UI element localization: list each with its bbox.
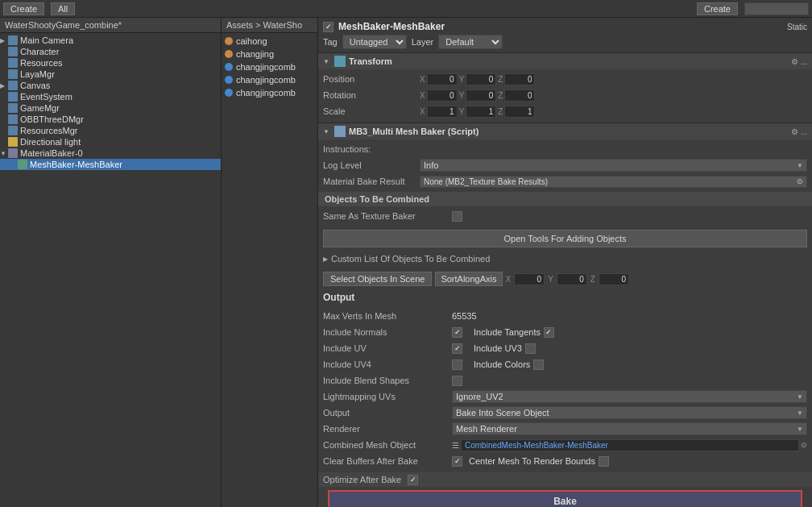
include-colors-checkbox[interactable]	[533, 359, 544, 370]
script-options[interactable]: ⚙ ...	[791, 127, 807, 136]
create-button-2[interactable]: Create	[697, 2, 738, 15]
open-tools-button[interactable]: Open Tools For Adding Objects	[323, 230, 807, 247]
hierarchy-item-resources[interactable]: Resources	[0, 57, 221, 69]
hierarchy-item-gamemgr[interactable]: GameMgr	[0, 102, 221, 114]
hierarchy-item-eventsystem[interactable]: EventSystem	[0, 91, 221, 102]
lightmapping-dropdown[interactable]: Ignore_UV2 ▼	[452, 390, 807, 403]
search-input[interactable]	[744, 2, 809, 15]
all-button[interactable]: All	[51, 2, 75, 15]
include-uv3-checkbox[interactable]	[525, 343, 536, 354]
rot-z-input[interactable]	[504, 89, 535, 102]
hierarchy-list: Main Camera Character Resources LayaMgr	[0, 33, 221, 507]
rot-x-label: X	[420, 91, 425, 100]
object-active-checkbox[interactable]	[323, 22, 334, 32]
hierarchy-item-resourcesmgr[interactable]: ResourcesMgr	[0, 125, 221, 136]
asset-item-changjingcomb3[interactable]: changjingcomb	[223, 86, 316, 99]
optimize-row: Optimize After Bake	[318, 472, 812, 487]
blend-shapes-row: Include Blend Shapes	[323, 373, 807, 388]
pos-y-input[interactable]	[466, 73, 496, 85]
include-normals-checkbox[interactable]	[452, 327, 462, 338]
include-tangents-checkbox[interactable]	[544, 327, 554, 338]
output-dropdown[interactable]: Bake Into Scene Object ▼	[452, 406, 807, 419]
combined-mesh-prefix: ☰	[452, 441, 459, 450]
hierarchy-item-materialbaker[interactable]: MaterialBaker-0	[0, 148, 221, 159]
sort-y-label: Y	[548, 275, 553, 284]
pos-z-input[interactable]	[504, 73, 535, 85]
mat-bake-text: None (MB2_Texture Bake Results)	[424, 177, 548, 186]
script-expand	[323, 128, 331, 135]
log-level-text: Info	[424, 160, 438, 170]
asset-item-changjingcomb1[interactable]: changjingcomb	[223, 60, 316, 73]
max-verts-row: Max Verts In Mesh 65535	[323, 309, 807, 323]
hierarchy-item-meshbaker[interactable]: MeshBaker-MeshBaker	[0, 159, 221, 170]
pos-x-input[interactable]	[427, 73, 458, 85]
include-tangents-label: Include Tangents	[474, 327, 541, 337]
asset-dot-changjing	[225, 50, 233, 58]
hierarchy-label-materialbaker: MaterialBaker-0	[20, 148, 83, 158]
select-sort-row: Select Objects In Scene SortAlongAxis X …	[318, 269, 812, 289]
log-level-dropdown[interactable]: Info ▼	[420, 159, 807, 172]
bake-button[interactable]: Bake	[328, 490, 802, 507]
scale-row: Scale X Y Z	[323, 104, 807, 118]
include-uv-checkbox[interactable]	[452, 343, 462, 354]
include-uv-label: Include UV	[323, 343, 452, 353]
rotation-xyz: X Y Z	[420, 89, 535, 102]
asset-label-changjingcomb2: changjingcomb	[236, 75, 296, 85]
include-blend-checkbox[interactable]	[452, 376, 462, 386]
rot-y-input[interactable]	[466, 89, 496, 102]
transform-icon	[334, 56, 346, 67]
hierarchy-item-obbthreedmgr[interactable]: OBBThreeDMgr	[0, 114, 221, 125]
assets-title: Assets > WaterSho	[226, 20, 302, 30]
layamgr-icon	[8, 69, 18, 79]
center-mesh-checkbox[interactable]	[599, 456, 609, 467]
asset-item-changjing[interactable]: changjing	[223, 48, 316, 60]
hierarchy-item-layamgr[interactable]: LayaMgr	[0, 69, 221, 80]
scale-y-input[interactable]	[466, 106, 496, 118]
hierarchy-label-character: Character	[20, 47, 59, 56]
sort-along-axis-button[interactable]: SortAlongAxis	[435, 272, 502, 286]
renderer-dropdown[interactable]: Mesh Renderer ▼	[452, 422, 807, 435]
rot-x-input[interactable]	[427, 89, 458, 102]
lightmapping-text: Ignore_UV2	[456, 392, 503, 401]
obbthreedmgr-icon	[8, 114, 18, 124]
combined-mesh-pick[interactable]: ⊙	[801, 441, 807, 449]
normals-tangents-row: Include Normals Include Tangents	[323, 325, 807, 339]
pos-z-label: Z	[498, 75, 503, 84]
sort-y-input[interactable]	[557, 273, 587, 285]
clear-buffers-label: Clear Buffers After Bake	[323, 456, 452, 466]
custom-list-label: Custom List Of Objects To Be Combined	[331, 254, 490, 264]
asset-label-changjingcomb3: changjingcomb	[236, 88, 296, 98]
create-button-1[interactable]: Create	[3, 2, 44, 15]
layer-dropdown[interactable]: Default	[438, 35, 503, 49]
script-header[interactable]: MB3_Multi Mesh Baker (Script) ⚙ ...	[318, 123, 812, 139]
same-as-texture-row: Same As Texture Baker	[323, 209, 807, 223]
sort-x-input[interactable]	[514, 273, 545, 285]
transform-body: Position X Y Z	[318, 69, 812, 123]
static-label[interactable]: Static	[787, 23, 807, 31]
hierarchy-item-directional-light[interactable]: Directional light	[0, 136, 221, 148]
same-as-texture-label: Same As Texture Baker	[323, 211, 452, 221]
asset-dot-caihong	[225, 37, 233, 45]
asset-item-changjingcomb2[interactable]: changjingcomb	[223, 73, 316, 86]
sort-z-input[interactable]	[599, 273, 629, 285]
clear-buffers-checkbox[interactable]	[452, 456, 462, 467]
hierarchy-item-canvas[interactable]: Canvas	[0, 80, 221, 91]
arrow-materialbaker	[0, 150, 8, 157]
resourcesmgr-icon	[8, 126, 18, 135]
mat-bake-field[interactable]: None (MB2_Texture Bake Results) ⊙	[420, 176, 807, 188]
hierarchy-item-character[interactable]: Character	[0, 46, 221, 57]
optimize-checkbox[interactable]	[408, 475, 418, 485]
scale-x-input[interactable]	[427, 106, 458, 118]
tag-dropdown[interactable]: Untagged	[342, 35, 407, 49]
output-prop-row: Output Bake Into Scene Object ▼	[323, 405, 807, 420]
include-uv4-checkbox[interactable]	[452, 359, 462, 370]
select-objects-button[interactable]: Select Objects In Scene	[323, 272, 432, 286]
hierarchy-item-main-camera[interactable]: Main Camera	[0, 35, 221, 46]
asset-label-caihong: caihong	[236, 36, 267, 46]
scale-z-input[interactable]	[504, 106, 535, 118]
asset-item-caihong[interactable]: caihong	[223, 35, 316, 48]
mat-bake-pick[interactable]: ⊙	[797, 177, 803, 185]
transform-options[interactable]: ⚙ ...	[791, 57, 807, 66]
transform-header[interactable]: Transform ⚙ ...	[318, 53, 812, 69]
same-as-texture-checkbox[interactable]	[452, 211, 462, 222]
